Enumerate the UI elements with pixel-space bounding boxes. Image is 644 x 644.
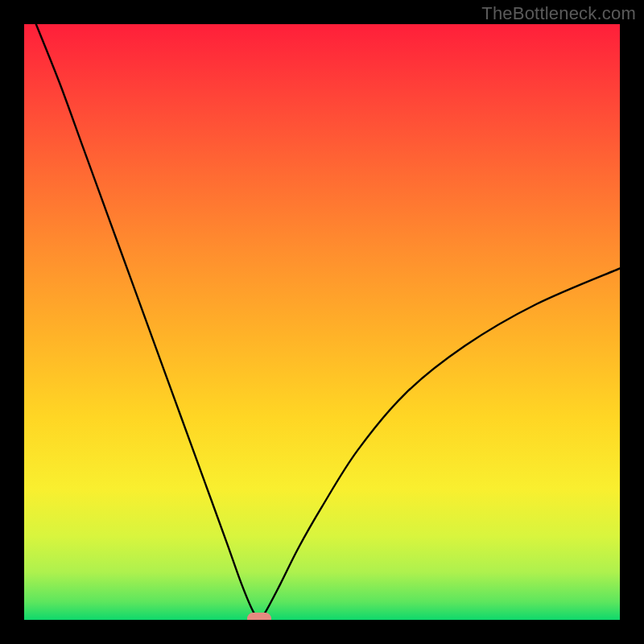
- background-gradient: [24, 24, 620, 620]
- plot-area: [24, 24, 620, 620]
- watermark-text: TheBottleneck.com: [481, 3, 636, 24]
- minimum-marker: [247, 613, 271, 620]
- chart-canvas: TheBottleneck.com: [0, 0, 644, 644]
